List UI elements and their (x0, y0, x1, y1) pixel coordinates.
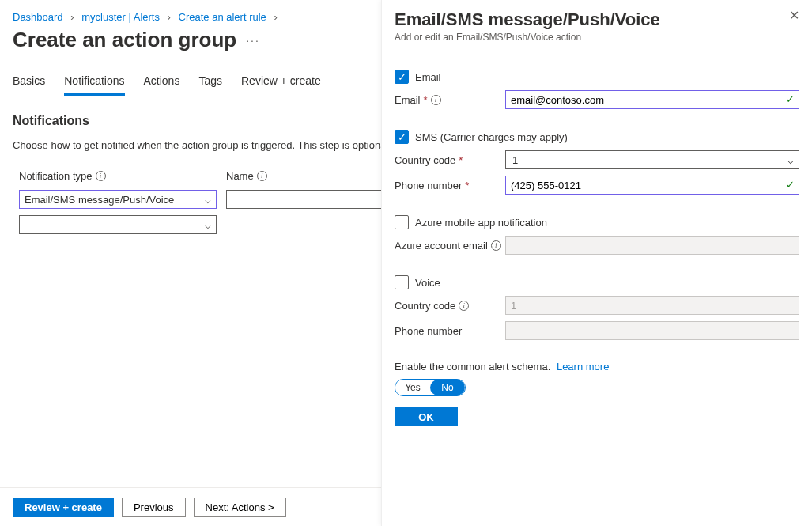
sms-country-value: 1 (512, 154, 518, 166)
chevron-down-icon: ⌵ (205, 194, 211, 206)
page-title: Create an action group (13, 28, 236, 52)
schema-row: Enable the common alert schema. Learn mo… (395, 361, 799, 373)
chevron-down-icon: ⌵ (205, 219, 211, 231)
ok-button[interactable]: OK (395, 407, 458, 426)
check-icon: ✓ (786, 179, 795, 191)
push-checkbox[interactable] (395, 215, 409, 229)
voice-country-label: Country code (395, 300, 505, 312)
push-checkbox-label: Azure mobile app notification (415, 217, 547, 229)
chevron-right-icon: › (274, 11, 277, 23)
col-header-type-label: Notification type (19, 170, 93, 182)
tab-notifications[interactable]: Notifications (64, 74, 124, 96)
voice-phone-label: Phone number (395, 325, 505, 337)
notification-type-select[interactable]: ⌵ (19, 215, 217, 234)
col-header-name: Name (226, 170, 384, 182)
sms-country-label: Country code* (395, 154, 505, 166)
email-checkbox[interactable] (395, 70, 409, 84)
panel-title: Email/SMS message/Push/Voice (395, 9, 660, 30)
col-header-name-label: Name (226, 170, 254, 182)
check-icon: ✓ (786, 93, 795, 105)
email-input[interactable] (505, 90, 799, 109)
toggle-no[interactable]: No (430, 380, 465, 395)
voice-country-input (505, 296, 799, 315)
tab-review[interactable]: Review + create (241, 74, 321, 96)
voice-checkbox[interactable] (395, 275, 409, 289)
close-icon[interactable]: ✕ (789, 9, 799, 22)
info-icon[interactable] (459, 301, 469, 311)
more-actions-icon[interactable]: ··· (246, 34, 260, 47)
breadcrumb-link-1[interactable]: mycluster | Alerts (81, 11, 160, 23)
breadcrumb-link-0[interactable]: Dashboard (13, 11, 63, 23)
email-checkbox-label: Email (415, 71, 441, 83)
tab-tags[interactable]: Tags (198, 74, 222, 96)
schema-text: Enable the common alert schema. (395, 361, 550, 373)
col-header-type: Notification type (19, 170, 226, 182)
info-icon[interactable] (96, 171, 106, 181)
tab-actions[interactable]: Actions (144, 74, 180, 96)
sms-checkbox[interactable] (395, 130, 409, 144)
voice-phone-input (505, 321, 799, 340)
breadcrumb-link-2[interactable]: Create an alert rule (179, 11, 266, 23)
voice-checkbox-label: Voice (415, 277, 440, 289)
sms-phone-input[interactable] (505, 176, 799, 195)
chevron-right-icon: › (70, 11, 74, 23)
chevron-down-icon: ⌵ (787, 154, 794, 166)
info-icon[interactable] (257, 171, 267, 181)
info-icon[interactable] (491, 240, 501, 251)
sms-phone-label: Phone number* (395, 180, 505, 191)
schema-toggle[interactable]: Yes No (395, 379, 466, 396)
sms-country-select[interactable]: 1 ⌵ (505, 150, 799, 169)
tab-basics[interactable]: Basics (13, 74, 45, 96)
panel-subtitle: Add or edit an Email/SMS/Push/Voice acti… (395, 32, 660, 43)
review-create-button[interactable]: Review + create (13, 498, 114, 517)
next-button[interactable]: Next: Actions > (194, 498, 286, 517)
notification-type-select[interactable]: Email/SMS message/Push/Voice ⌵ (19, 190, 217, 209)
previous-button[interactable]: Previous (122, 498, 186, 517)
push-account-label: Azure account email (395, 240, 505, 252)
push-account-input (505, 236, 799, 255)
info-icon[interactable] (431, 95, 441, 105)
learn-more-link[interactable]: Learn more (557, 361, 609, 373)
sms-checkbox-label: SMS (Carrier charges may apply) (415, 131, 568, 143)
toggle-yes[interactable]: Yes (395, 380, 430, 395)
chevron-right-icon: › (168, 11, 171, 23)
notification-type-value: Email/SMS message/Push/Voice (25, 194, 174, 206)
flyout-panel: Email/SMS message/Push/Voice Add or edit… (381, 0, 812, 526)
email-field-label: Email* (395, 94, 505, 106)
